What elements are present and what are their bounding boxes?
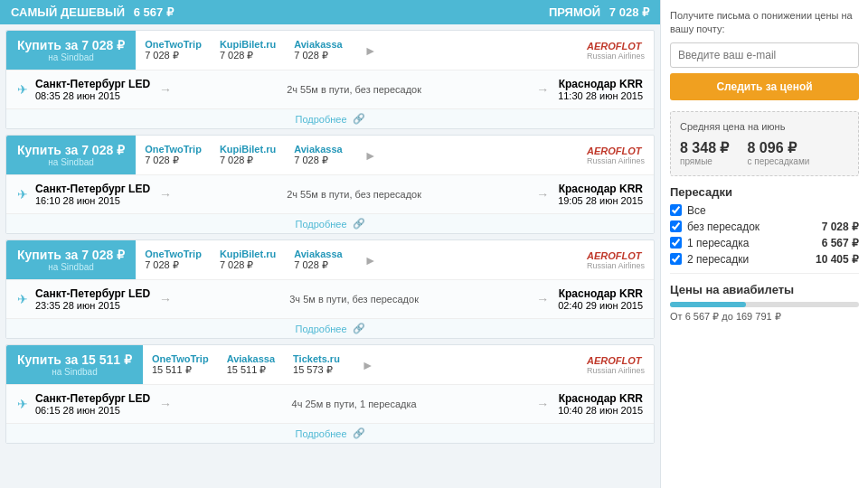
transfer-item-3: 2 пересадки 10 405 ₽ (670, 253, 859, 266)
checkbox-left: 1 пересадка (670, 237, 749, 249)
provider-price: 7 028 ₽ (220, 155, 276, 166)
link-icon: 🔗 (353, 323, 365, 334)
flight-origin: Санкт-Петербург LED 16:10 28 июн 2015 (35, 183, 150, 206)
provider-name: Aviakassa (294, 249, 342, 259)
flight-duration: 3ч 5м в пути, без пересадок (181, 294, 527, 305)
origin-city: Санкт-Петербург LED (35, 392, 150, 405)
sidebar: Получите письма о понижении цены на вашу… (660, 0, 868, 488)
provider-price: 15 511 ₽ (227, 364, 275, 376)
provider-name: Aviakassa (294, 39, 342, 50)
flight-arrow-icon: → (159, 292, 172, 306)
more-link-2[interactable]: Подробнее 🔗 (6, 213, 654, 233)
plane-icon: ✈ (17, 292, 28, 306)
dest-city: Краснодар KRR (559, 392, 643, 405)
provider-name: Aviakassa (294, 144, 342, 155)
buy-button-4[interactable]: Купить за 15 511 ₽ на Sindbad (6, 345, 143, 384)
airline-name: AEROFLOT (587, 250, 645, 261)
flight-arrow-icon: → (159, 187, 172, 202)
flight-origin: Санкт-Петербург LED 23:35 28 июн 2015 (35, 287, 150, 311)
transfer-label: 2 пересадки (687, 253, 749, 266)
flight-top-row: Купить за 7 028 ₽ на Sindbad OneTwoTrip … (6, 240, 654, 279)
transfer-checkbox-1[interactable] (670, 221, 682, 232)
transfer-item-0: Все (670, 204, 859, 217)
provider-name: OneTwoTrip (145, 39, 202, 50)
flight-details-3: ✈ Санкт-Петербург LED 23:35 28 июн 2015 … (6, 279, 654, 318)
arrow-icon: ► (364, 43, 377, 58)
more-label: Подробнее (295, 114, 346, 125)
more-link-3[interactable]: Подробнее 🔗 (6, 318, 654, 338)
top-bar-direct: ПРЯМОЙ 7 028 ₽ (549, 5, 649, 19)
price-range-label: От 6 567 ₽ до 169 791 ₽ (670, 311, 859, 323)
airline-logo: AEROFLOT Russian Airlines (587, 355, 645, 375)
more-label: Подробнее (295, 428, 346, 439)
email-label: Получите письма о понижении цены на вашу… (670, 9, 859, 37)
transfer-checkbox-2[interactable] (670, 237, 682, 249)
provider-name: OneTwoTrip (145, 144, 202, 155)
avg-direct-price: 8 348 ₽ (680, 139, 729, 156)
airline-name: AEROFLOT (587, 145, 645, 156)
transfer-label: без пересадок (687, 221, 760, 233)
flight-block-4: Купить за 15 511 ₽ на Sindbad OneTwoTrip… (5, 344, 655, 444)
dest-city: Краснодар KRR (559, 183, 643, 195)
provider-price: 15 573 ₽ (293, 364, 340, 376)
dest-city: Краснодар KRR (559, 287, 643, 300)
flight-top-row: Купить за 15 511 ₽ на Sindbad OneTwoTrip… (6, 345, 654, 384)
provider-price: 7 028 ₽ (145, 259, 202, 271)
flight-arrow-icon: → (159, 397, 172, 411)
provider-name: Tickets.ru (293, 353, 340, 364)
buy-sub: на Sindbad (48, 262, 94, 272)
avg-title: Средняя цена на июнь (680, 121, 849, 132)
transfers-list: Все без пересадок 7 028 ₽ 1 пересадка 6 … (670, 204, 859, 266)
flight-arrow-icon: → (159, 82, 172, 97)
price-range-section: Цены на авиабилеты От 6 567 ₽ до 169 791… (670, 283, 859, 323)
airline-logo: AEROFLOT Russian Airlines (587, 145, 645, 165)
transfer-checkbox-0[interactable] (670, 204, 682, 216)
transfer-price: 10 405 ₽ (816, 253, 859, 266)
transfers-title: Пересадки (670, 185, 859, 199)
buy-button-1[interactable]: Купить за 7 028 ₽ на Sindbad (6, 31, 136, 70)
dest-time: 11:30 28 июн 2015 (558, 90, 643, 101)
provider: OneTwoTrip 7 028 ₽ (145, 249, 202, 271)
provider: OneTwoTrip 15 511 ₽ (152, 353, 209, 376)
dest-city: Краснодар KRR (559, 78, 643, 90)
checkbox-left: 2 пересадки (670, 253, 749, 266)
more-label: Подробнее (295, 324, 346, 334)
provider: Aviakassa 7 028 ₽ (294, 39, 342, 61)
airline-sub: Russian Airlines (587, 366, 645, 375)
buy-sub: на Sindbad (48, 52, 94, 62)
cheapest-label: САМЫЙ ДЕШЕВЫЙ (11, 5, 125, 19)
flight-arrow2-icon: → (536, 187, 549, 202)
link-icon: 🔗 (353, 427, 365, 439)
more-link-1[interactable]: Подробнее 🔗 (6, 108, 654, 128)
transfer-checkbox-3[interactable] (670, 253, 682, 265)
provider: OneTwoTrip 7 028 ₽ (145, 144, 202, 166)
provider-price: 7 028 ₽ (294, 50, 342, 61)
provider-name: OneTwoTrip (152, 353, 209, 364)
provider-price: 7 028 ₽ (220, 259, 276, 271)
top-bar-cheapest: САМЫЙ ДЕШЕВЫЙ 6 567 ₽ (11, 5, 174, 19)
provider-price: 7 028 ₽ (145, 155, 202, 166)
buy-button-3[interactable]: Купить за 7 028 ₽ на Sindbad (6, 240, 136, 279)
flight-top-row: Купить за 7 028 ₽ на Sindbad OneTwoTrip … (6, 136, 654, 174)
origin-time: 16:10 28 июн 2015 (35, 195, 120, 206)
transfer-price: 6 567 ₽ (822, 237, 859, 249)
flight-dest: Краснодар KRR 19:05 28 июн 2015 (558, 183, 643, 206)
provider-name: KupiBilet.ru (220, 249, 276, 259)
arrow-icon: ► (364, 253, 377, 267)
divider (670, 273, 859, 274)
transfer-item-1: без пересадок 7 028 ₽ (670, 221, 859, 233)
buy-button-2[interactable]: Купить за 7 028 ₽ на Sindbad (6, 136, 136, 174)
avg-transfer-label: с пересадками (747, 156, 809, 166)
price-range-title: Цены на авиабилеты (670, 283, 859, 296)
more-link-4[interactable]: Подробнее 🔗 (6, 423, 654, 443)
provider-price: 15 511 ₽ (152, 364, 209, 376)
plane-icon: ✈ (17, 187, 28, 202)
provider: OneTwoTrip 7 028 ₽ (145, 39, 202, 61)
email-input[interactable] (670, 42, 859, 68)
prices-row: OneTwoTrip 15 511 ₽ Aviakassa 15 511 ₽ T… (143, 345, 654, 384)
provider-price: 7 028 ₽ (294, 259, 342, 271)
plane-icon: ✈ (17, 397, 28, 411)
follow-price-button[interactable]: Следить за ценой (670, 73, 859, 100)
transfer-price: 7 028 ₽ (822, 221, 859, 233)
plane-icon: ✈ (17, 82, 28, 97)
